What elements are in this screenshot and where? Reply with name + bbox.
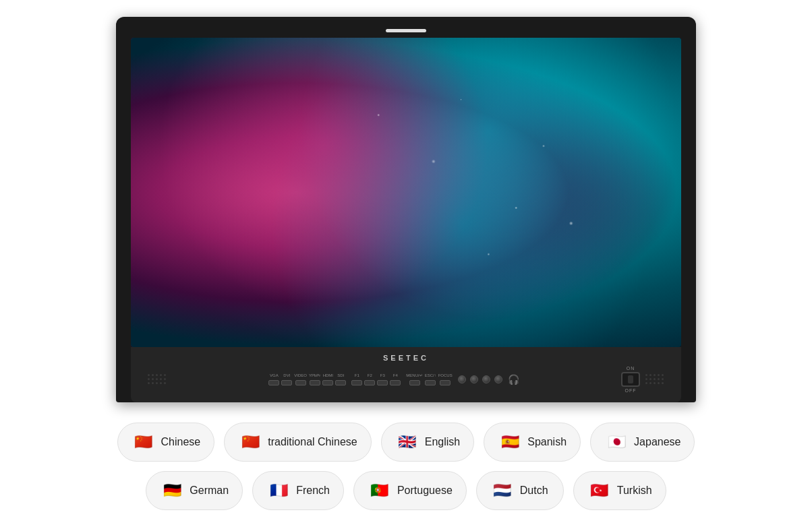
dvi-btn[interactable] [281, 380, 292, 385]
input-ypbpr[interactable]: YPbPr [309, 373, 320, 385]
lang-badge-english[interactable]: 🇬🇧 English [381, 423, 474, 462]
f2-btn[interactable] [364, 380, 375, 385]
flag-dutch: 🇳🇱 [490, 478, 515, 503]
focus-label: FOCUS [438, 373, 453, 378]
lang-traditional-chinese-label: traditional Chinese [268, 436, 357, 448]
monitor: SEETEC VGA [116, 17, 696, 402]
esc-btn-group[interactable]: ESC/↑ [425, 373, 436, 385]
ypbpr-btn[interactable] [310, 380, 320, 385]
knob-row [458, 375, 502, 383]
lang-badge-german[interactable]: 🇩🇪 German [146, 471, 243, 510]
menu-btn-group[interactable]: MENU/↵ [406, 373, 422, 385]
language-section: 🇨🇳 Chinese 🇨🇳 traditional Chinese 🇬🇧 Eng… [117, 423, 695, 510]
menu-label: MENU/↵ [406, 373, 422, 378]
f4-btn[interactable] [390, 380, 401, 385]
focus-btn[interactable] [440, 380, 451, 385]
lang-spanish-label: Spanish [527, 436, 567, 448]
lang-portuguese-label: Portuguese [397, 485, 453, 497]
input-video[interactable]: VIDEO [294, 373, 307, 385]
esc-btn[interactable] [425, 380, 436, 385]
flag-french: 🇫🇷 [266, 478, 291, 503]
knob-2[interactable] [470, 375, 478, 383]
lang-dutch-label: Dutch [520, 485, 548, 497]
controls-area: VGA DVI VIDEO YPbPr [144, 366, 668, 393]
menu-btn[interactable] [409, 380, 420, 385]
sdi-btn[interactable] [335, 380, 346, 385]
power-switch[interactable] [621, 372, 640, 387]
input-dvi[interactable]: DVI [281, 373, 292, 385]
flag-german: 🇩🇪 [160, 478, 184, 503]
lang-chinese-label: Chinese [161, 436, 201, 448]
language-row-2: 🇩🇪 German 🇫🇷 French 🇵🇹 Portuguese 🇳🇱 Dut… [146, 471, 666, 510]
lang-badge-chinese[interactable]: 🇨🇳 Chinese [117, 423, 215, 462]
vga-btn[interactable] [268, 380, 279, 385]
video-label: VIDEO [294, 373, 307, 378]
center-controls: VGA DVI VIDEO YPbPr [167, 373, 621, 385]
flag-english: 🇬🇧 [395, 430, 419, 454]
lang-turkish-label: Turkish [617, 485, 652, 497]
brand-label: SEETEC [144, 354, 668, 362]
sdi-label: SDI [337, 373, 344, 378]
ypbpr-label: YPbPr [309, 373, 320, 378]
knob-1[interactable] [458, 375, 466, 383]
lang-badge-turkish[interactable]: 🇹🇷 Turkish [573, 471, 666, 510]
f2-label: F2 [368, 373, 372, 378]
vga-label: VGA [270, 373, 279, 378]
knob-4[interactable] [494, 375, 502, 383]
lang-english-label: English [425, 436, 460, 448]
flag-traditional-chinese: 🇨🇳 [238, 430, 262, 454]
f2-btn-group[interactable]: F2 [364, 373, 375, 385]
f3-label: F3 [380, 373, 385, 378]
lang-badge-japanese[interactable]: 🇯🇵 Japanese [590, 423, 695, 462]
power-on-label: ON [627, 366, 635, 371]
f3-btn[interactable] [377, 380, 388, 385]
monitor-wrapper: SEETEC VGA [0, 17, 812, 510]
hdmi-btn[interactable] [322, 380, 333, 385]
f4-btn-group[interactable]: F4 [390, 373, 401, 385]
screen-display [131, 38, 681, 347]
lang-french-label: French [296, 485, 330, 497]
function-buttons: F1 F2 F3 F4 [351, 373, 401, 385]
lang-japanese-label: Japanese [634, 436, 680, 448]
lang-badge-dutch[interactable]: 🇳🇱 Dutch [476, 471, 564, 510]
right-speaker [645, 374, 664, 385]
lang-badge-portuguese[interactable]: 🇵🇹 Portuguese [353, 471, 467, 510]
flag-portuguese: 🇵🇹 [368, 478, 392, 503]
lang-badge-spanish[interactable]: 🇪🇸 Spanish [484, 423, 581, 462]
hdmi-label: HDMI [323, 373, 333, 378]
knob-3[interactable] [482, 375, 490, 383]
flag-spanish: 🇪🇸 [498, 430, 522, 454]
left-speaker [148, 374, 167, 385]
flag-chinese: 🇨🇳 [132, 430, 156, 454]
focus-btn-group[interactable]: FOCUS [438, 373, 453, 385]
monitor-led [386, 29, 426, 32]
headphone-icon: 🎧 [508, 374, 519, 385]
video-btn[interactable] [295, 380, 306, 385]
lang-badge-traditional-chinese[interactable]: 🇨🇳 traditional Chinese [224, 423, 372, 462]
menu-buttons: MENU/↵ ESC/↑ FOCUS [406, 373, 452, 385]
power-switch-lever [628, 375, 633, 383]
lang-badge-french[interactable]: 🇫🇷 French [252, 471, 344, 510]
flag-turkish: 🇹🇷 [587, 478, 612, 503]
monitor-screen [131, 38, 681, 347]
monitor-bottom-panel: SEETEC VGA [131, 347, 681, 402]
input-hdmi[interactable]: HDMI [322, 373, 333, 385]
f1-label: F1 [355, 373, 359, 378]
f4-label: F4 [393, 373, 398, 378]
esc-label: ESC/↑ [425, 373, 436, 378]
language-row-1: 🇨🇳 Chinese 🇨🇳 traditional Chinese 🇬🇧 Eng… [117, 423, 695, 462]
input-sdi[interactable]: SDI [335, 373, 346, 385]
input-buttons: VGA DVI VIDEO YPbPr [268, 373, 346, 385]
power-switch-group: ON OFF [621, 366, 640, 393]
f1-btn[interactable] [351, 380, 362, 385]
power-off-label: OFF [625, 388, 637, 393]
headphone-area: 🎧 [508, 374, 519, 385]
input-vga[interactable]: VGA [268, 373, 279, 385]
dvi-label: DVI [283, 373, 290, 378]
monitor-top-bar [131, 29, 681, 32]
flag-japanese: 🇯🇵 [604, 430, 629, 454]
lang-german-label: German [190, 485, 229, 497]
f1-btn-group[interactable]: F1 [351, 373, 362, 385]
f3-btn-group[interactable]: F3 [377, 373, 388, 385]
